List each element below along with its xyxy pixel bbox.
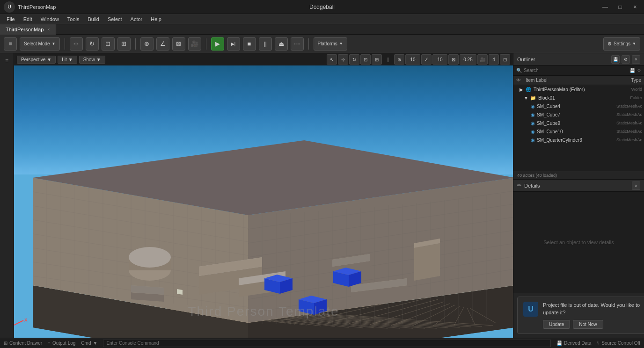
perspective-label: Perspective — [21, 57, 45, 62]
rotate-tool-button[interactable]: ↻ — [86, 37, 99, 51]
vp-cursor-icon[interactable]: ↖ — [327, 54, 337, 65]
outliner-search-input[interactable] — [524, 68, 628, 73]
menu-edit[interactable]: Edit — [20, 15, 36, 23]
statusbar: ⊞ Content Drawer ≡ Output Log Cmd ▼ 💾 De… — [0, 338, 644, 348]
vp-angle-size[interactable]: 10 — [432, 54, 447, 65]
sidebar-hamburger-icon[interactable]: ≡ — [1, 55, 13, 66]
platforms-button[interactable]: Platforms ▼ — [314, 37, 347, 51]
content-drawer-button[interactable]: ⊞ Content Drawer — [4, 341, 42, 346]
viewport[interactable]: Perspective ▼ Lit ▼ Show ▼ ↖ ⊹ ↻ ⊡ ⊞ | ⊛ — [14, 53, 513, 338]
outliner-search-settings-icon[interactable]: ⚙ — [637, 68, 641, 73]
platforms-dropdown-icon: ▼ — [339, 42, 343, 46]
tree-world-label: ThirdPersonMap (Editor) — [534, 87, 630, 92]
cmd-button[interactable]: Cmd ▼ — [81, 341, 97, 346]
menu-tools[interactable]: Tools — [64, 15, 83, 23]
outliner-save-icon[interactable]: 💾 — [611, 55, 620, 64]
menu-help[interactable]: Help — [147, 15, 165, 23]
scale-tool-button[interactable]: ⊡ — [102, 37, 115, 51]
output-log-button[interactable]: ≡ Output Log — [48, 341, 75, 346]
toolbar-left-icon[interactable]: ≡ — [4, 37, 17, 51]
menu-select[interactable]: Select — [104, 15, 126, 23]
source-control-button[interactable]: ⑂ Source Control Off — [597, 341, 640, 346]
move-tool-button[interactable]: ⊹ — [70, 37, 83, 51]
tab-close-icon[interactable]: × — [47, 27, 50, 32]
derived-data-button[interactable]: 💾 Derived Data — [556, 341, 591, 346]
toolbar: ≡ Select Mode ▼ ⊹ ↻ ⊡ ⊞ ⊛ ∠ ⊠ 🎥 ▶ ▶| ■ |… — [0, 35, 644, 53]
menu-window[interactable]: Window — [37, 15, 63, 23]
outliner-search-save-icon[interactable]: 💾 — [629, 68, 635, 73]
vp-maximize-icon[interactable]: ⊡ — [500, 54, 510, 65]
not-now-button[interactable]: Not Now — [573, 320, 603, 329]
pause-button[interactable]: || — [259, 37, 272, 51]
outliner-title: Outliner — [517, 57, 535, 62]
tree-item-block01[interactable]: ▼ 📁 Block01 Folder — [513, 94, 644, 102]
perspective-button[interactable]: Perspective ▼ — [17, 56, 56, 64]
vp-camera-icon[interactable]: 🎥 — [477, 54, 488, 65]
play-next-button[interactable]: ▶| — [227, 37, 240, 51]
vp-rotate-icon[interactable]: ↻ — [349, 54, 359, 65]
tree-item-smqcyl3[interactable]: ◉ SM_QuarterCylinder3 StaticMeshAc — [513, 136, 644, 144]
statusbar-right: 💾 Derived Data ⑂ Source Control Off — [556, 341, 640, 346]
snap-angle-button[interactable]: ∠ — [156, 37, 169, 51]
vp-mode-icon[interactable]: ⊞ — [372, 54, 382, 65]
viewport-right-tools: ↖ ⊹ ↻ ⊡ ⊞ | ⊛ 10 ∠ 10 ⊠ 0.25 🎥 — [327, 54, 510, 65]
vp-angle-icon[interactable]: ∠ — [421, 54, 432, 65]
vp-translate-icon[interactable]: ⊹ — [338, 54, 348, 65]
console-input[interactable] — [103, 340, 551, 347]
vp-scale-icon[interactable]: ⊡ — [360, 54, 371, 65]
viewport-toolbar: Perspective ▼ Lit ▼ Show ▼ ↖ ⊹ ↻ ⊡ ⊞ | ⊛ — [14, 53, 513, 65]
minimize-button[interactable]: — — [598, 0, 612, 14]
vp-grid-size[interactable]: 10 — [405, 54, 420, 65]
more-play-button[interactable]: ⋯ — [291, 37, 304, 51]
separator-4 — [308, 38, 309, 50]
transform-type-button[interactable]: ⊞ — [117, 37, 131, 51]
outliner-settings-icon[interactable]: ⚙ — [622, 55, 630, 64]
play-button[interactable]: ▶ — [211, 37, 224, 51]
maximize-button[interactable]: □ — [613, 0, 627, 14]
tree-mesh-icon-3: ◉ — [529, 121, 536, 126]
tree-item-smcube9[interactable]: ◉ SM_Cube9 StaticMeshAc — [513, 119, 644, 127]
col-type-label[interactable]: Type — [631, 78, 641, 83]
titlebar-controls: — □ × — [598, 0, 644, 14]
menu-file[interactable]: File — [3, 15, 19, 23]
eject-button[interactable]: ⏏ — [275, 37, 288, 51]
tree-smcube4-type: StaticMeshAc — [616, 104, 642, 109]
vp-grid-icon[interactable]: ⊛ — [394, 54, 404, 65]
snap-button[interactable]: ⊛ — [140, 37, 154, 51]
tree-item-world[interactable]: ▶ 🌐 ThirdPersonMap (Editor) World — [513, 85, 644, 94]
titlebar-left: U ThirdPersonMap — [0, 1, 56, 13]
3d-scene: X Z Y Third Person Template — [14, 65, 513, 338]
camera-speed-button[interactable]: 🎥 — [188, 37, 201, 51]
outliner-tree: ▶ 🌐 ThirdPersonMap (Editor) World ▼ 📁 Bl… — [513, 85, 644, 171]
outliner-search-bar: 🔍 💾 ⚙ — [513, 65, 644, 76]
show-button[interactable]: Show ▼ — [79, 56, 105, 64]
select-mode-button[interactable]: Select Mode ▼ — [20, 37, 60, 51]
svg-marker-126 — [177, 289, 183, 295]
settings-button[interactable]: ⚙ ⚙ Settings Settings ▼ — [603, 37, 640, 51]
outliner-columns: 👁 Item Label Type — [513, 76, 644, 85]
update-button[interactable]: Update — [543, 320, 570, 329]
col-item-label[interactable]: Item Label — [526, 78, 631, 83]
tab-thirdpersonmap[interactable]: ThirdPersonMap × — [0, 24, 56, 35]
show-dropdown-icon: ▼ — [96, 57, 101, 62]
vp-scale-size[interactable]: 0.25 — [460, 54, 476, 65]
stop-button[interactable]: ■ — [243, 37, 256, 51]
details-close-icon[interactable]: × — [632, 181, 640, 190]
close-button[interactable]: × — [628, 0, 642, 14]
lit-dropdown-icon: ▼ — [68, 57, 73, 62]
tree-item-smcube4[interactable]: ◉ SM_Cube4 StaticMeshAc — [513, 102, 644, 110]
output-log-icon: ≡ — [48, 341, 51, 346]
details-panel: ✏ Details × Select an object to view det… — [513, 180, 644, 338]
vp-scale-icon2[interactable]: ⊠ — [448, 54, 459, 65]
vp-camera-speed[interactable]: 4 — [489, 54, 499, 65]
tree-mesh-icon-2: ◉ — [529, 112, 536, 117]
snap-scale-button[interactable]: ⊠ — [172, 37, 185, 51]
menu-actor[interactable]: Actor — [127, 15, 146, 23]
lit-button[interactable]: Lit ▼ — [58, 56, 77, 64]
outliner-close-icon[interactable]: × — [632, 55, 640, 64]
separator-3 — [206, 38, 206, 50]
menu-build[interactable]: Build — [84, 15, 103, 23]
tree-item-smcube10[interactable]: ◉ SM_Cube10 StaticMeshAc — [513, 127, 644, 136]
tree-smcube10-type: StaticMeshAc — [616, 129, 642, 134]
tree-item-smcube7[interactable]: ◉ SM_Cube7 StaticMeshAc — [513, 110, 644, 119]
